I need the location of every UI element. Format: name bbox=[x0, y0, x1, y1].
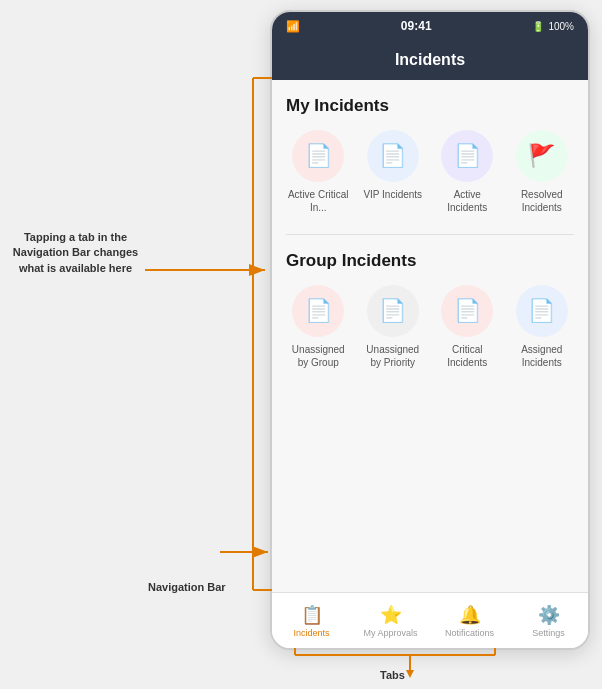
incidents-nav-icon: 📋 bbox=[301, 604, 323, 626]
active-critical-label: Active Critical In... bbox=[286, 188, 351, 214]
nav-item-notifications[interactable]: 🔔 Notifications bbox=[430, 604, 509, 638]
assigned-incidents-icon-circle: 📄 bbox=[516, 285, 568, 337]
unassigned-group-icon-circle: 📄 bbox=[292, 285, 344, 337]
unassigned-priority-item[interactable]: 📄 Unassigned by Priority bbox=[361, 285, 426, 369]
status-time: 09:41 bbox=[401, 19, 432, 33]
phone-frame: 📶 09:41 🔋 100% Incidents My Incidents 📄 bbox=[270, 10, 590, 650]
active-incidents-icon: 📄 bbox=[454, 143, 481, 169]
critical-incidents-item[interactable]: 📄 Critical Incidents bbox=[435, 285, 500, 369]
unassigned-group-item[interactable]: 📄 Unassigned by Group bbox=[286, 285, 351, 369]
vip-incidents-item[interactable]: 📄 VIP Incidents bbox=[361, 130, 426, 214]
unassigned-group-label: Unassigned by Group bbox=[286, 343, 351, 369]
bottom-nav: 📋 Incidents ⭐ My Approvals 🔔 Notificatio… bbox=[272, 592, 588, 648]
battery-label: 100% bbox=[548, 21, 574, 32]
active-critical-icon: 📄 bbox=[305, 143, 332, 169]
incidents-nav-label: Incidents bbox=[293, 628, 329, 638]
resolved-incidents-item[interactable]: 🚩 Resolved Incidents bbox=[510, 130, 575, 214]
left-annotation-text: Tapping a tab in the Navigation Bar chan… bbox=[13, 231, 138, 274]
unassigned-priority-icon: 📄 bbox=[379, 298, 406, 324]
assigned-incidents-label: Assigned Incidents bbox=[510, 343, 575, 369]
my-incidents-section: My Incidents 📄 Active Critical In... 📄 V… bbox=[286, 96, 574, 214]
phone-wrapper: 📶 09:41 🔋 100% Incidents My Incidents 📄 bbox=[270, 10, 600, 670]
nav-item-approvals[interactable]: ⭐ My Approvals bbox=[351, 604, 430, 638]
active-incidents-label: Active Incidents bbox=[435, 188, 500, 214]
active-critical-item[interactable]: 📄 Active Critical In... bbox=[286, 130, 351, 214]
my-incidents-grid: 📄 Active Critical In... 📄 VIP Incidents … bbox=[286, 130, 574, 214]
content-area: My Incidents 📄 Active Critical In... 📄 V… bbox=[272, 80, 588, 592]
status-icons: 🔋 100% bbox=[532, 21, 574, 32]
notifications-nav-icon: 🔔 bbox=[459, 604, 481, 626]
nav-bar-annotation: Navigation Bar bbox=[148, 581, 226, 593]
tabs-label-text: Tabs bbox=[380, 669, 405, 681]
nav-item-settings[interactable]: ⚙️ Settings bbox=[509, 604, 588, 638]
critical-incidents-label: Critical Incidents bbox=[435, 343, 500, 369]
critical-incidents-icon: 📄 bbox=[454, 298, 481, 324]
my-incidents-title: My Incidents bbox=[286, 96, 574, 116]
svg-marker-12 bbox=[406, 670, 414, 678]
vip-incidents-icon: 📄 bbox=[379, 143, 406, 169]
critical-incidents-icon-circle: 📄 bbox=[441, 285, 493, 337]
nav-bar-label-text: Navigation Bar bbox=[148, 581, 226, 593]
assigned-incidents-icon: 📄 bbox=[528, 298, 555, 324]
settings-nav-icon: ⚙️ bbox=[538, 604, 560, 626]
active-incidents-item[interactable]: 📄 Active Incidents bbox=[435, 130, 500, 214]
wifi-icon: 📶 bbox=[286, 20, 300, 33]
unassigned-group-icon: 📄 bbox=[305, 298, 332, 324]
notifications-nav-label: Notifications bbox=[445, 628, 494, 638]
settings-nav-label: Settings bbox=[532, 628, 565, 638]
unassigned-priority-icon-circle: 📄 bbox=[367, 285, 419, 337]
active-incidents-icon-circle: 📄 bbox=[441, 130, 493, 182]
page-title: Incidents bbox=[395, 51, 465, 69]
active-critical-icon-circle: 📄 bbox=[292, 130, 344, 182]
resolved-incidents-icon: 🚩 bbox=[528, 143, 555, 169]
vip-incidents-icon-circle: 📄 bbox=[367, 130, 419, 182]
assigned-incidents-item[interactable]: 📄 Assigned Incidents bbox=[510, 285, 575, 369]
resolved-incidents-label: Resolved Incidents bbox=[510, 188, 575, 214]
battery-icon: 🔋 bbox=[532, 21, 544, 32]
status-bar: 📶 09:41 🔋 100% bbox=[272, 12, 588, 40]
unassigned-priority-label: Unassigned by Priority bbox=[361, 343, 426, 369]
group-incidents-section: Group Incidents 📄 Unassigned by Group 📄 … bbox=[286, 251, 574, 369]
tabs-annotation: Tabs bbox=[380, 669, 405, 681]
group-incidents-grid: 📄 Unassigned by Group 📄 Unassigned by Pr… bbox=[286, 285, 574, 369]
vip-incidents-label: VIP Incidents bbox=[363, 188, 422, 201]
section-divider bbox=[286, 234, 574, 235]
nav-header: Incidents bbox=[272, 40, 588, 80]
approvals-nav-icon: ⭐ bbox=[380, 604, 402, 626]
nav-item-incidents[interactable]: 📋 Incidents bbox=[272, 604, 351, 638]
left-annotation: Tapping a tab in the Navigation Bar chan… bbox=[8, 230, 143, 276]
approvals-nav-label: My Approvals bbox=[363, 628, 417, 638]
group-incidents-title: Group Incidents bbox=[286, 251, 574, 271]
resolved-incidents-icon-circle: 🚩 bbox=[516, 130, 568, 182]
